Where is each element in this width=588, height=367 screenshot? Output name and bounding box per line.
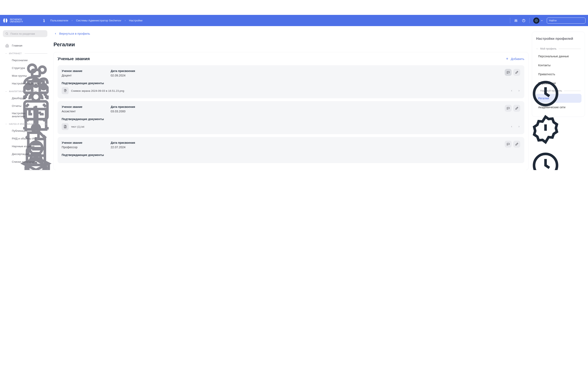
logo[interactable]: SECHENOV UNIVERSITY <box>2 18 41 24</box>
sidebar-item-label: Мои группы <box>12 74 27 77</box>
settings-item[interactable]: Контакты <box>535 61 581 70</box>
search-input[interactable] <box>549 19 583 22</box>
sidebar-item-label: Настройки структуры <box>12 82 39 85</box>
brain-logo-icon <box>2 18 8 24</box>
title-field-label: Ученое звание <box>62 141 111 144</box>
add-title-button[interactable]: Добавить <box>506 57 524 60</box>
back-to-profile-link[interactable]: Вернуться в профиль <box>53 32 528 35</box>
sidebar-item-home[interactable]: Главная <box>3 42 47 49</box>
breadcrumb-item[interactable]: Пользователи <box>50 19 68 22</box>
settings-sliders-button[interactable] <box>514 18 518 23</box>
settings-item[interactable]: Персональные данные <box>535 52 581 61</box>
edit-icon <box>515 142 518 146</box>
file-txt-icon <box>63 125 67 128</box>
document-name[interactable]: Снимок экрана 2024-09-03 в 18.51.23.png <box>71 89 124 92</box>
comment-icon <box>507 71 510 74</box>
date-field-label: Дата присвоения <box>111 141 520 144</box>
academic-title-card: Ученое звание Доцент Дата присвоения 02.… <box>58 65 524 98</box>
svg-point-2 <box>535 20 537 22</box>
search-icon <box>5 32 8 35</box>
title-value: Ассистент <box>62 110 111 113</box>
settings-group-header: Мой профиль <box>535 46 581 52</box>
fingerprint-icon <box>534 18 538 23</box>
doc-prev-button[interactable] <box>510 125 513 128</box>
edit-icon <box>515 107 518 110</box>
sidebar-item-label: РИД и объекты ИС <box>12 137 36 140</box>
svg-point-1 <box>536 20 537 21</box>
sidebar-item-label: Отчеты <box>12 104 21 108</box>
date-value: 22.07.2024 <box>111 146 520 149</box>
global-search[interactable] <box>547 17 586 24</box>
section-title: Ученые звания <box>58 56 90 61</box>
sidebar-item-label: Научные издания <box>12 145 34 148</box>
document-row: тест (1).txt <box>62 123 520 130</box>
page-title: Регалии <box>53 42 528 48</box>
edit-icon <box>515 71 518 74</box>
breadcrumb: Пользователи Системы Администратор Seche… <box>50 19 143 22</box>
sidebar-item-label: Персоналии <box>12 59 27 62</box>
docs-section-label: Подтверждающие документы <box>62 153 520 157</box>
sidebar-search[interactable] <box>3 30 47 37</box>
sidebar: Главная ИНТРАНЕТПерсоналииСтруктураМои г… <box>0 26 50 170</box>
title-value: Профессор <box>62 146 111 149</box>
docs-section-label: Подтверждающие документы <box>62 117 520 121</box>
sidebar-search-input[interactable] <box>10 32 45 35</box>
settings-panel-title: Настройки профилей <box>535 37 581 41</box>
pin-icon <box>42 19 45 22</box>
comment-button[interactable] <box>505 141 512 148</box>
breadcrumb-item: Настройки <box>129 19 143 22</box>
sidebar-item-label: Структура <box>12 67 25 69</box>
chevron-right-icon <box>71 20 73 22</box>
sidebar-item-label: Настройки аналитики <box>12 112 39 118</box>
title-field-label: Ученое звание <box>62 105 111 108</box>
sidebar-section-header: ИНТРАНЕТ <box>3 49 47 56</box>
svg-point-5 <box>6 33 8 34</box>
chevron-down-icon <box>541 19 543 22</box>
chevron-left-icon <box>510 125 513 128</box>
settings-item[interactable]: Приватность <box>535 70 581 79</box>
sliders-icon <box>514 19 518 22</box>
status-indicator <box>515 78 519 83</box>
pin-toggle[interactable] <box>41 18 46 23</box>
edit-button[interactable] <box>513 105 520 112</box>
sidebar-item[interactable]: Персоналии <box>3 56 47 64</box>
edit-button[interactable] <box>513 141 520 148</box>
docs-section-label: Подтверждающие документы <box>62 82 520 85</box>
breadcrumb-item[interactable]: Системы Администратор Sechenov <box>76 19 121 22</box>
chevron-right-icon <box>124 20 126 22</box>
academic-title-card: Ученое звание Ассистент Дата присвоения … <box>58 101 524 134</box>
chevron-down-icon <box>42 113 45 116</box>
help-icon <box>522 19 526 22</box>
comment-button[interactable] <box>505 105 512 112</box>
academic-title-card: Ученое звание Профессор Дата присвоения … <box>58 137 524 163</box>
document-name[interactable]: тест (1).txt <box>71 125 84 128</box>
sidebar-item-label: Списки литературы <box>12 160 37 163</box>
logo-text: SECHENOV UNIVERSITY <box>10 18 23 23</box>
badge-seal-icon <box>515 114 576 145</box>
file-icon-box <box>62 123 69 130</box>
titles-panel: Ученые звания Добавить Ученое звание Доц… <box>53 52 528 170</box>
user-menu[interactable] <box>533 17 543 24</box>
comment-icon <box>507 142 510 146</box>
file-icon-box <box>62 87 69 94</box>
sidebar-item-label: Главная <box>12 44 22 47</box>
sidebar-item-label: Дашборды <box>12 97 26 100</box>
clock-icon <box>515 78 576 109</box>
status-indicator <box>515 114 519 119</box>
edit-button[interactable] <box>513 69 520 76</box>
comment-button[interactable] <box>505 69 512 76</box>
chevron-left-icon <box>510 90 513 92</box>
status-indicator <box>515 150 519 155</box>
clock-icon <box>515 150 576 170</box>
doc-prev-button[interactable] <box>510 90 513 92</box>
date-field-label: Дата присвоения <box>111 69 520 73</box>
title-value: Доцент <box>62 74 111 77</box>
sidebar-item-label: Публикации <box>12 129 27 132</box>
sidebar-item-label: Диссертации <box>12 152 28 156</box>
back-link-label: Вернуться в профиль <box>59 32 90 35</box>
plus-icon <box>506 57 509 60</box>
app-header: SECHENOV UNIVERSITY Пользователи Системы… <box>0 15 588 26</box>
help-button[interactable] <box>522 18 526 23</box>
avatar <box>533 17 539 24</box>
comment-icon <box>507 107 510 110</box>
